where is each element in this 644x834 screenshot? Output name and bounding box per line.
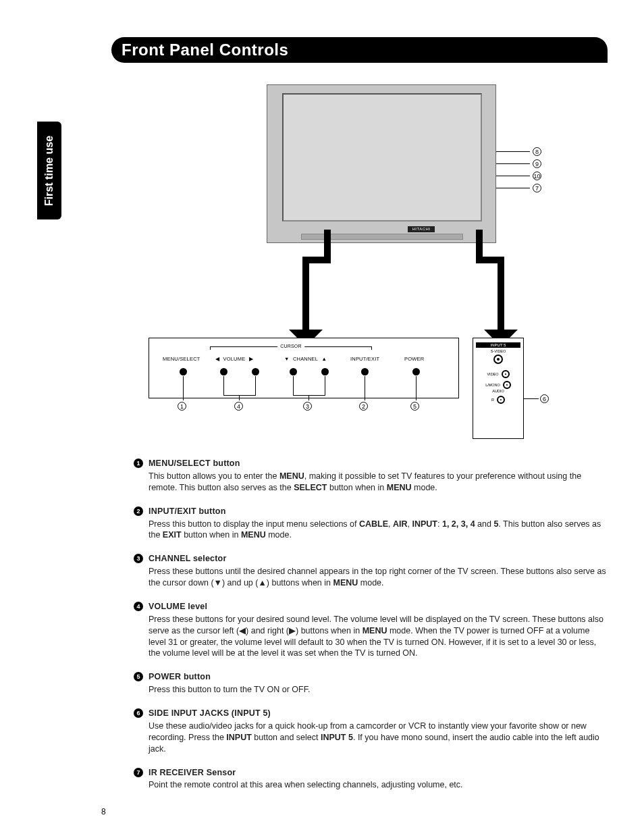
jack-audio-l [503, 381, 511, 389]
label-menu-select: MENU/SELECT [163, 356, 200, 362]
panel-num-2: 2 [359, 402, 368, 411]
section-title-bar: Front Panel Controls [111, 37, 608, 63]
jack-svideo-label: S-VIDEO [473, 349, 523, 353]
jack-video [502, 370, 510, 378]
description-body: Use these audio/video jacks for a quick … [149, 721, 608, 755]
button-volume-up [252, 368, 259, 375]
description-title: CHANNEL selector [149, 553, 608, 565]
callout-10: 10 [533, 172, 541, 180]
description-title: IR RECEIVER Sensor [149, 767, 608, 779]
section-title: Front Panel Controls [122, 41, 288, 59]
description-body: Press these buttons until the desired ch… [149, 566, 608, 589]
side-input-jacks-diagram: INPUT 5 S-VIDEO VIDEO L/MONO AUDIO R [473, 338, 524, 439]
description-item: 3CHANNEL selectorPress these buttons unt… [134, 553, 608, 589]
jack-audio-r [497, 396, 505, 404]
tv-side-callouts: 8 9 10 7 [496, 145, 541, 194]
description-number: 4 [134, 602, 143, 611]
jack-video-label: VIDEO [487, 372, 498, 376]
description-title: POWER button [149, 671, 608, 683]
description-item: 7IR RECEIVER SensorPoint the remote cont… [134, 767, 608, 791]
description-body: Press this button to turn the TV ON or O… [149, 684, 608, 696]
jack-r-label: R [491, 398, 494, 402]
description-number: 2 [134, 506, 143, 516]
tri-right-icon: ▶ [249, 356, 253, 362]
panel-num-6: 6 [540, 394, 549, 403]
control-panel-diagram: CURSOR MENU/SELECT ◀ VOLUME ▶ ▼ CHANNEL … [149, 338, 459, 398]
callout-7: 7 [533, 184, 541, 192]
arrow-to-control-panel [284, 230, 324, 338]
callout-8: 8 [533, 147, 541, 156]
description-body: This button allows you to enter the MENU… [149, 471, 608, 494]
button-input-exit [361, 368, 369, 375]
description-item: 1MENU/SELECT buttonThis button allows yo… [134, 458, 608, 494]
panel-num-4: 4 [234, 402, 243, 411]
description-item: 5POWER buttonPress this button to turn t… [134, 671, 608, 696]
button-volume-down [220, 368, 227, 375]
jack-svideo [493, 355, 503, 364]
panel-num-1: 1 [178, 402, 186, 411]
jack-header: INPUT 5 [476, 342, 520, 348]
button-menu-select [180, 368, 187, 375]
description-title: SIDE INPUT JACKS (INPUT 5) [149, 708, 608, 719]
panel-num-3: 3 [303, 402, 312, 411]
panel-num-5: 5 [410, 402, 419, 411]
description-body: Press these buttons for your desired sou… [149, 614, 608, 660]
label-input-exit: INPUT/EXIT [350, 356, 379, 362]
description-item: 2INPUT/EXIT buttonPress this button to d… [134, 506, 608, 542]
side-tab-label: First time use [43, 135, 55, 205]
tri-left-icon: ◀ [215, 356, 219, 362]
tri-up-icon: ▲ [321, 356, 327, 362]
page-number: 8 [101, 807, 106, 816]
tv-screen [282, 93, 482, 221]
description-number: 1 [134, 459, 143, 468]
button-channel-up [321, 368, 329, 375]
label-volume: VOLUME [223, 356, 246, 362]
callout-9: 9 [533, 159, 541, 168]
description-number: 5 [134, 672, 143, 681]
descriptions-list: 1MENU/SELECT buttonThis button allows yo… [134, 458, 608, 803]
description-number: 6 [134, 708, 143, 718]
button-channel-down [290, 368, 297, 375]
description-body: Point the remote control at this area wh… [149, 779, 608, 791]
arrow-to-jack-panel [486, 230, 527, 338]
label-power: POWER [404, 356, 424, 362]
description-body: Press this button to display the input m… [149, 519, 608, 542]
description-title: MENU/SELECT button [149, 458, 608, 469]
tv-illustration: HITACHI [267, 84, 496, 243]
jack-audio-label: AUDIO [473, 389, 523, 393]
description-number: 7 [134, 768, 143, 777]
description-number: 3 [134, 554, 143, 563]
label-channel: CHANNEL [293, 356, 318, 362]
description-item: 6SIDE INPUT JACKS (INPUT 5)Use these aud… [134, 708, 608, 755]
side-tab-first-time-use: First time use [37, 122, 61, 219]
jack-lmono-label: L/MONO [485, 383, 500, 387]
button-power [412, 368, 420, 375]
description-title: VOLUME level [149, 601, 608, 613]
cursor-label: CURSOR [277, 344, 304, 348]
description-item: 4VOLUME levelPress these buttons for you… [134, 601, 608, 659]
tv-brand-badge: HITACHI [408, 226, 435, 232]
description-title: INPUT/EXIT button [149, 506, 608, 517]
tri-down-icon: ▼ [284, 356, 290, 362]
